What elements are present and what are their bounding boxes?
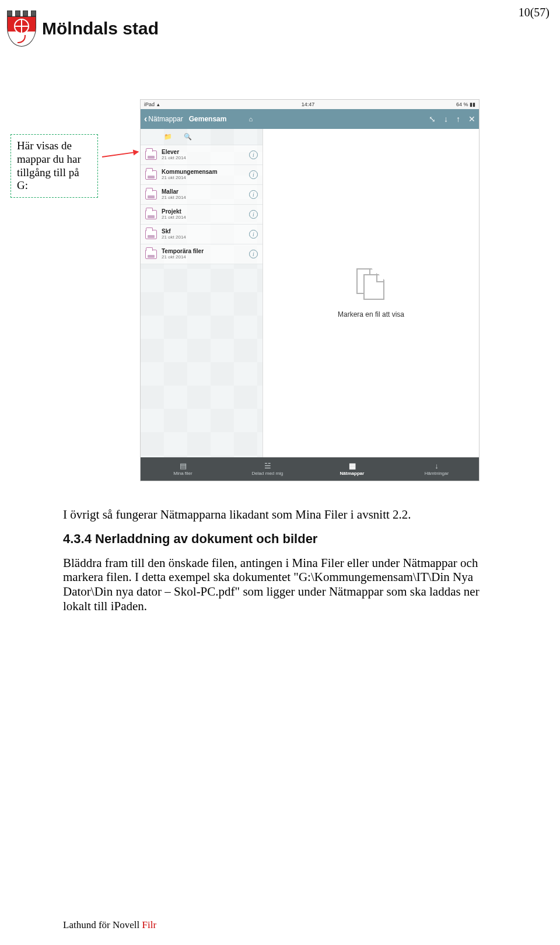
folder-row[interactable]: Projekt21 okt 2014i [141,205,262,225]
folder-row[interactable]: Mallar21 okt 2014i [141,185,262,205]
tab-label: Nätmappar [340,471,365,476]
info-icon[interactable]: i [249,250,258,258]
folder-icon [145,230,157,239]
info-icon[interactable]: i [249,230,258,239]
tab-label: Delad med mig [252,471,284,476]
tab-icon: ☱ [264,462,271,470]
callout-box: Här visas de mappar du har tillgång till… [10,134,98,198]
page-footer: Lathund för Novell Filr [63,919,156,931]
tab-icon: ↓ [435,462,439,470]
info-icon[interactable]: i [249,210,258,219]
home-icon[interactable]: ⌂ [249,116,253,123]
molndal-shield-logo [7,10,36,47]
status-device: iPad▴ [144,102,160,107]
info-icon[interactable]: i [249,190,258,199]
folder-sidebar: 📁 🔍 Elever21 okt 2014iKommungemensam21 o… [141,129,263,457]
status-battery: 64 % ▮▮ [456,102,475,107]
folder-name: Projekt [162,209,244,215]
tab-mina-filer[interactable]: ▤Mina filer [141,457,225,481]
folder-name: Kommungemensam [162,169,244,175]
bottom-tab-bar: ▤Mina filer☱Delad med mig▦Nätmappar↓Hämt… [141,457,479,481]
folder-row[interactable]: Elever21 okt 2014i [141,145,262,165]
app-nav-bar: ‹ Nätmappar Gemensam ⌂ ⤡ ↓ ↑ ✕ [141,109,479,129]
folder-name: Temporära filer [162,249,244,254]
chevron-left-icon: ‹ [144,114,147,124]
expand-icon[interactable]: ⤡ [429,114,436,124]
close-icon[interactable]: ✕ [468,114,475,124]
page-header: Mölndals stad [7,10,159,47]
folder-icon [145,210,157,219]
folder-date: 21 okt 2014 [162,195,244,200]
info-icon[interactable]: i [249,150,258,159]
ios-status-bar: iPad▴ 14:47 64 % ▮▮ [141,100,479,109]
file-preview-pane: Markera en fil att visa [263,129,479,457]
folder-date: 21 okt 2014 [162,156,244,160]
folder-name: Elever [162,149,244,155]
folder-name: Mallar [162,189,244,195]
tab-label: Hämtningar [425,471,449,476]
download-icon[interactable]: ↓ [444,114,448,124]
folder-view-icon[interactable]: 📁 [164,133,172,141]
documents-placeholder-icon [356,268,386,301]
folder-icon [145,170,157,180]
back-label: Nätmappar [148,115,183,123]
search-icon[interactable]: 🔍 [184,133,192,141]
sidebar-toolbar: 📁 🔍 [141,129,262,145]
callout-arrow [102,151,138,158]
tab-icon: ▦ [349,462,356,470]
ipad-screenshot: iPad▴ 14:47 64 % ▮▮ ‹ Nätmappar Gemensam… [140,99,480,481]
preview-message: Markera en fil att visa [338,310,404,318]
tab-icon: ▤ [180,462,187,470]
paragraph: Bläddra fram till den önskade filen, ant… [63,556,492,614]
folder-date: 21 okt 2014 [162,176,244,180]
tab-nätmappar[interactable]: ▦Nätmappar [310,457,394,481]
folder-icon [145,190,157,200]
share-icon[interactable]: ↑ [456,114,460,124]
document-body: I övrigt så fungerar Nätmapparna likadan… [63,508,492,623]
back-button[interactable]: ‹ Nätmappar [144,114,183,124]
folder-row[interactable]: Skf21 okt 2014i [141,225,262,244]
page-number: 10(57) [519,6,550,19]
tab-label: Mina filer [173,471,192,476]
section-heading: 4.3.4 Nerladdning av dokument och bilder [63,531,492,547]
folder-date: 21 okt 2014 [162,215,244,220]
tab-delad-med-mig[interactable]: ☱Delad med mig [225,457,310,481]
folder-icon [145,250,157,259]
folder-name: Skf [162,229,244,235]
tab-hämtningar[interactable]: ↓Hämtningar [394,457,479,481]
status-time: 14:47 [302,102,315,107]
nav-title: Gemensam [189,115,227,123]
folder-date: 21 okt 2014 [162,255,244,260]
logo-text: Mölndals stad [42,19,159,38]
folder-icon [145,150,157,160]
folder-row[interactable]: Kommungemensam21 okt 2014i [141,165,262,185]
info-icon[interactable]: i [249,170,258,179]
folder-date: 21 okt 2014 [162,235,244,240]
wifi-icon: ▴ [157,102,160,107]
folder-row[interactable]: Temporära filer21 okt 2014i [141,244,262,264]
paragraph: I övrigt så fungerar Nätmapparna likadan… [63,508,492,522]
